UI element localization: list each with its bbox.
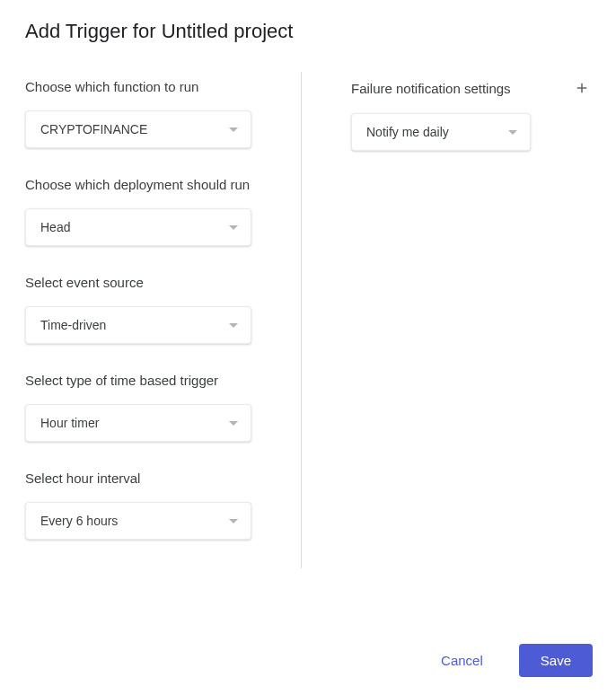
function-label: Choose which function to run	[25, 79, 283, 94]
trigger-type-select[interactable]: Hour timer	[25, 404, 251, 442]
notification-select-value: Notify me daily	[366, 125, 449, 139]
notification-label: Failure notification settings	[351, 81, 511, 96]
function-select[interactable]: CRYPTOFINANCE	[25, 110, 251, 148]
right-column: Failure notification settings Notify me …	[301, 72, 591, 568]
dropdown-arrow-icon	[229, 519, 238, 523]
left-column: Choose which function to run CRYPTOFINAN…	[25, 72, 301, 568]
dropdown-arrow-icon	[508, 130, 517, 135]
plus-icon	[574, 80, 590, 96]
event-source-label: Select event source	[25, 275, 283, 290]
cancel-button[interactable]: Cancel	[430, 646, 494, 675]
function-select-value: CRYPTOFINANCE	[40, 122, 147, 136]
deployment-field: Choose which deployment should run Head	[25, 177, 283, 246]
event-source-select[interactable]: Time-driven	[25, 306, 251, 344]
interval-select-value: Every 6 hours	[40, 514, 118, 528]
trigger-type-label: Select type of time based trigger	[25, 373, 283, 388]
interval-label: Select hour interval	[25, 471, 283, 486]
interval-field: Select hour interval Every 6 hours	[25, 471, 283, 540]
interval-select[interactable]: Every 6 hours	[25, 502, 251, 540]
dialog-title: Add Trigger for Untitled project	[0, 0, 616, 54]
event-source-field: Select event source Time-driven	[25, 275, 283, 344]
dialog-footer: Cancel Save	[430, 644, 593, 677]
add-notification-button[interactable]	[573, 79, 591, 97]
dropdown-arrow-icon	[229, 225, 238, 230]
deployment-label: Choose which deployment should run	[25, 177, 283, 192]
dropdown-arrow-icon	[229, 128, 238, 132]
save-button[interactable]: Save	[519, 644, 593, 677]
dropdown-arrow-icon	[229, 323, 238, 328]
notification-select[interactable]: Notify me daily	[351, 113, 531, 151]
notification-header: Failure notification settings	[351, 79, 591, 97]
deployment-select-value: Head	[40, 220, 70, 234]
event-source-select-value: Time-driven	[40, 318, 106, 332]
function-field: Choose which function to run CRYPTOFINAN…	[25, 79, 283, 148]
deployment-select[interactable]: Head	[25, 208, 251, 246]
trigger-type-field: Select type of time based trigger Hour t…	[25, 373, 283, 442]
dropdown-arrow-icon	[229, 421, 238, 426]
trigger-type-select-value: Hour timer	[40, 416, 99, 430]
content-area: Choose which function to run CRYPTOFINAN…	[0, 54, 616, 568]
